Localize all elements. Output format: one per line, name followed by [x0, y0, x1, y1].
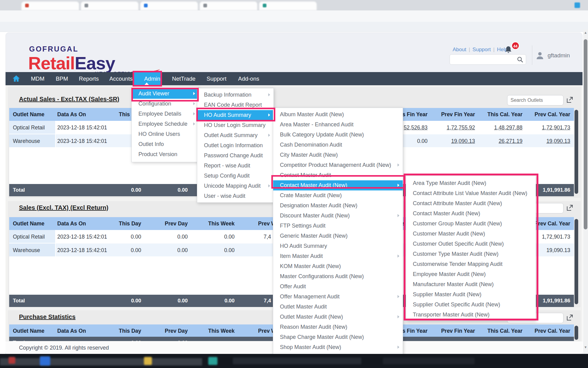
table-scrollbar[interactable]: [575, 219, 578, 304]
highlight-box-audit-viewer: [131, 88, 199, 102]
menu-item-area-master-enhanced-audit[interactable]: Area Master - Enhanced Audit: [273, 120, 403, 130]
menu-item-cash-denomination-audit[interactable]: Cash Denomination Audit: [273, 140, 403, 150]
table-cell: 0.00: [106, 184, 142, 196]
table-cell: 0.00: [143, 243, 189, 257]
menu-item-offer-management-audit[interactable]: Offer Management Audit: [273, 292, 403, 302]
menu-item-master-configurations-audit-new-[interactable]: Master Configurations Audit (New): [273, 271, 403, 282]
table-cell[interactable]: 19,090.13: [430, 134, 476, 148]
menu-item-backup-information[interactable]: Backup Information: [197, 90, 273, 100]
menu-item-report-wise-audit[interactable]: Report - wise Audit: [197, 161, 273, 171]
menu-item-unicode-mapping-audit[interactable]: Unicode Mapping Audit: [197, 181, 273, 191]
taskbar-apps[interactable]: [233, 358, 361, 364]
nav-item-support[interactable]: Support: [207, 72, 227, 85]
home-icon[interactable]: [12, 75, 20, 82]
user-avatar-icon[interactable]: [535, 51, 545, 60]
menu-item-ho-audit-summary[interactable]: HO Audit Summary: [273, 241, 403, 251]
menu-item-bulk-category-update-audit-new-[interactable]: Bulk Category Update Audit (New): [273, 130, 403, 140]
menu-item-employee-schedule[interactable]: Employee Schedule: [132, 119, 198, 129]
tab-favicon: [263, 4, 266, 7]
about-link[interactable]: About: [453, 47, 466, 52]
nav-item-accounts[interactable]: Accounts: [109, 72, 133, 85]
bookmarks-bar[interactable]: [0, 22, 588, 32]
browser-tab[interactable]: [21, 2, 79, 10]
table-cell[interactable]: 19,090.13: [525, 134, 571, 148]
menu-item-album-master-audit-new-[interactable]: Album Master Audit (New): [273, 109, 403, 120]
menu-item-outlet-audit-summary[interactable]: Outlet Audit Summary: [197, 130, 273, 140]
support-link[interactable]: Support: [473, 47, 491, 52]
menu-item-setup-config-audit[interactable]: Setup Config Audit: [197, 171, 273, 181]
scroll-down-arrow[interactable]: ▼: [583, 345, 588, 349]
expand-icon[interactable]: [566, 96, 573, 104]
menu-item-outlet-info[interactable]: Outlet Info: [132, 139, 198, 149]
expand-icon[interactable]: [566, 204, 573, 212]
tab-favicon: [203, 4, 207, 7]
nav-item-bpm[interactable]: BPM: [56, 72, 68, 85]
menu-item-shape-charge-master-audit-new-[interactable]: Shape Charge Master Audit (New): [273, 332, 403, 342]
menu-item-employee-details[interactable]: Employee Details: [132, 109, 198, 119]
menu-item-designation-master-audit-new-[interactable]: Designation Master Audit (New): [273, 201, 403, 211]
browser-tab[interactable]: [140, 2, 198, 10]
highlight-box-contact-submenu: [404, 174, 538, 320]
menu-item-outlet-login-information[interactable]: Outlet Login Information: [197, 140, 273, 151]
table-scrollbar[interactable]: [575, 326, 578, 340]
menu-item-password-change-audit[interactable]: Password Change Audit: [197, 151, 273, 161]
table-cell[interactable]: 1,48,297.88: [477, 121, 524, 134]
header-links: About|Support|Help: [453, 47, 508, 53]
taskbar-apps[interactable]: [383, 358, 475, 364]
nav-item-reports[interactable]: Reports: [79, 72, 99, 85]
search-icon[interactable]: [517, 56, 523, 63]
menu-item-offer-audit[interactable]: Offer Audit: [273, 282, 403, 292]
menu-item-competitor-product-management-audit-new-[interactable]: Competitor Product Management Audit (New…: [273, 160, 403, 170]
taskbar-icon[interactable]: [9, 357, 15, 364]
browser-tab[interactable]: [81, 2, 138, 10]
menu-item-discount-master-audit-new-[interactable]: Discount Master Audit (New): [273, 211, 403, 221]
browser-tab[interactable]: [200, 2, 257, 10]
menu-item-reason-master-audit-new-[interactable]: Reason Master Audit (New): [273, 322, 403, 332]
taskbar-icon[interactable]: [144, 357, 152, 365]
table-cell[interactable]: 1,72,755.92: [430, 121, 476, 134]
menu-item-ho-user-login-summary[interactable]: HO User Login Summary: [197, 120, 273, 130]
table-cell: Optical Retail: [9, 121, 55, 134]
menu-item-ho-online-users[interactable]: HO Online Users: [132, 129, 198, 139]
scroll-up-arrow[interactable]: ▲: [583, 31, 588, 34]
table-cell[interactable]: 26,271.19: [477, 134, 524, 148]
header-search-input[interactable]: [450, 54, 526, 65]
menu-item-city-master-audit-new-[interactable]: City Master Audit (New): [273, 150, 403, 160]
nav-item-mdm[interactable]: MDM: [31, 72, 44, 85]
browser-tab-bar[interactable]: [0, 0, 588, 10]
notification-badge[interactable]: 44: [511, 42, 519, 50]
browser-tab[interactable]: [259, 2, 317, 10]
nav-item-nettrade[interactable]: NetTrade: [172, 72, 195, 85]
menu-item-shop-master-audit-new-[interactable]: Shop Master Audit (New): [273, 342, 403, 352]
username-label[interactable]: gftadmin: [548, 52, 570, 59]
taskbar-icon[interactable]: [208, 357, 217, 365]
menu-item-crate-master-audit-new-[interactable]: Crate Master Audit (New): [273, 190, 403, 201]
menu-item-kom-master-audit-new-[interactable]: KOM Master Audit (New): [273, 261, 403, 271]
highlight-box-contact-master-audit: [271, 175, 405, 189]
chevron-right-icon: [398, 163, 399, 167]
table-cell[interactable]: 1,72,901.73: [525, 121, 571, 134]
menu-item-product-version[interactable]: Product Version: [132, 149, 198, 159]
menu-item-generic-master-audit-new-[interactable]: Generic Master Audit (New): [273, 231, 403, 241]
menu-item-user-wise-audit[interactable]: User - wise Audit: [197, 191, 273, 201]
menu-item-ftp-settings-audit[interactable]: FTP Settings Audit: [273, 221, 403, 231]
column-header: Prev Fin Year: [430, 108, 476, 121]
search-outlets-input[interactable]: [507, 95, 564, 105]
taskbar[interactable]: [0, 354, 588, 368]
column-header: This Day: [106, 217, 142, 230]
menu-item-item-master-audit[interactable]: Item Master Audit: [273, 251, 403, 261]
tab-favicon: [25, 4, 29, 7]
column-header: Prev Cal. Year: [525, 108, 571, 121]
table-scrollbar[interactable]: [575, 110, 578, 194]
browser-scrollbar-thumb[interactable]: [584, 39, 587, 229]
copyright-text: Copyright © 2019. All rights reserved: [19, 345, 109, 351]
browser-toolbar[interactable]: [0, 10, 588, 22]
notification-bell-icon[interactable]: [505, 46, 512, 54]
nav-item-add-ons[interactable]: Add-ons: [238, 72, 259, 85]
expand-icon[interactable]: [566, 314, 573, 321]
taskbar-icon[interactable]: [40, 356, 50, 366]
gofrugal-logo: GOFRUGAL: [29, 45, 78, 53]
table-cell: 0.00: [143, 184, 189, 196]
menu-item-outlet-master-audit-new-[interactable]: Outlet Master Audit (New): [273, 312, 403, 322]
menu-item-outlet-master-audit[interactable]: Outlet Master Audit: [273, 302, 403, 312]
